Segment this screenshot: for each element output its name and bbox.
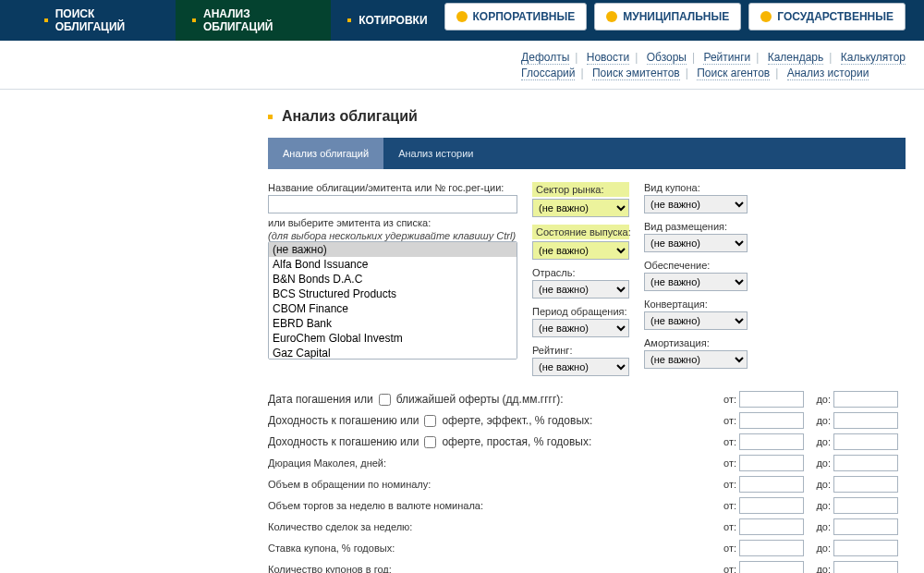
industry-label: Отрасль: <box>532 267 629 278</box>
yield-eff-offer-checkbox[interactable] <box>424 415 436 427</box>
name-label: Название облигации/эмитента или № гос.ре… <box>268 182 517 193</box>
issuer-pick-label: или выберите эмитента из списка: <box>268 217 517 228</box>
yield-eff-from-input[interactable] <box>739 412 804 429</box>
duration-label: Дюрация Маколея, дней: <box>268 457 717 469</box>
coupon-rate-from-input[interactable] <box>739 540 804 556</box>
nav-label: КОТИРОВКИ <box>359 14 427 27</box>
link-history-analysis[interactable]: Анализ истории <box>787 67 869 80</box>
placement-type-label: Вид размещения: <box>644 221 748 232</box>
deals-week-from-input[interactable] <box>739 518 804 535</box>
rating-label: Рейтинг: <box>532 345 629 356</box>
maturity-post: ближайшей оферты (дд.мм.гггг): <box>396 393 564 406</box>
amortization-select[interactable]: (не важно) <box>644 350 748 369</box>
link-agent-search[interactable]: Поиск агентов <box>697 67 770 80</box>
dot-icon <box>606 11 617 22</box>
circulation-label: Период обращения: <box>532 306 629 317</box>
coupon-rate-label: Ставка купона, % годовых: <box>268 543 717 554</box>
yield-simple-from-input[interactable] <box>739 433 804 450</box>
link-reviews[interactable]: Обзоры <box>647 51 687 65</box>
conversion-label: Конвертация: <box>644 299 748 310</box>
dot-icon <box>760 11 772 22</box>
yield-eff-post: оферте, эффект., % годовых: <box>442 414 592 427</box>
circulation-select[interactable]: (не важно) <box>532 319 629 337</box>
issue-state-select[interactable]: (не важно) <box>532 241 629 260</box>
bullet-icon <box>44 18 48 22</box>
issuer-multiselect[interactable]: (не важно)Alfa Bond IssuanceB&N Bonds D.… <box>268 241 517 360</box>
link-defaults[interactable]: Дефолты <box>521 51 569 65</box>
amortization-label: Амортизация: <box>644 337 748 348</box>
deals-week-to-input[interactable] <box>833 518 898 535</box>
coupon-type-label: Вид купона: <box>644 182 748 193</box>
yield-simple-post: оферте, простая, % годовых: <box>442 435 591 448</box>
page-title: Анализ облигаций <box>282 108 418 125</box>
collateral-label: Обеспечение: <box>644 260 748 271</box>
vol-week-label: Объем торгов за неделю в валюте номинала… <box>268 500 717 511</box>
yield-simple-offer-checkbox[interactable] <box>424 436 436 448</box>
link-glossary[interactable]: Глоссарий <box>521 67 575 80</box>
dot-icon <box>456 11 468 22</box>
coupons-year-label: Количество купонов в год: <box>268 564 717 573</box>
vol-week-from-input[interactable] <box>739 497 804 514</box>
yield-simple-to-input[interactable] <box>833 433 898 450</box>
vol-nominal-to-input[interactable] <box>833 476 898 493</box>
yield-eff-to-input[interactable] <box>833 412 898 429</box>
placement-type-select[interactable]: (не важно) <box>644 234 748 252</box>
nav-quotes[interactable]: КОТИРОВКИ <box>331 0 444 41</box>
tab-label: МУНИЦИПАЛЬНЫЕ <box>623 10 729 23</box>
link-issuer-search[interactable]: Поиск эмитентов <box>592 67 680 80</box>
tab-government[interactable]: ГОСУДАРСТВЕННЫЕ <box>748 3 906 30</box>
collateral-select[interactable]: (не важно) <box>644 273 748 291</box>
link-calculator[interactable]: Калькулятор <box>841 51 906 65</box>
maturity-from-input[interactable] <box>739 391 804 408</box>
yield-eff-pre: Доходность к погашению или <box>268 414 419 427</box>
vol-nominal-label: Объем в обращении по номиналу: <box>268 479 717 490</box>
tab-corporate[interactable]: КОРПОРАТИВНЫЕ <box>444 3 588 30</box>
maturity-offer-checkbox[interactable] <box>379 394 391 406</box>
link-news[interactable]: Новости <box>587 51 629 65</box>
link-calendar[interactable]: Календарь <box>768 51 824 65</box>
coupons-year-to-input[interactable] <box>833 561 898 573</box>
vol-nominal-from-input[interactable] <box>739 476 804 493</box>
market-sector-label: Сектор рынка: <box>532 182 629 197</box>
industry-select[interactable]: (не важно) <box>532 280 629 299</box>
bullet-icon <box>347 18 351 22</box>
conversion-select[interactable]: (не важно) <box>644 311 748 330</box>
yield-simple-pre: Доходность к погашению или <box>268 435 419 448</box>
tab-label: ГОСУДАРСТВЕННЫЕ <box>777 10 894 23</box>
tab-municipal[interactable]: МУНИЦИПАЛЬНЫЕ <box>594 3 741 30</box>
from-label: от: <box>717 394 739 405</box>
ctrl-hint: (для выбора нескольких удерживайте клави… <box>268 230 517 241</box>
bullet-icon <box>192 18 196 22</box>
tab-label: КОРПОРАТИВНЫЕ <box>473 10 576 23</box>
issue-state-label: Состояние выпуска: <box>532 225 629 239</box>
coupon-rate-to-input[interactable] <box>833 540 898 556</box>
deals-week-label: Количество сделок за неделю: <box>268 521 717 532</box>
maturity-to-input[interactable] <box>833 391 898 408</box>
duration-from-input[interactable] <box>739 455 804 471</box>
link-ratings[interactable]: Рейтинги <box>703 51 750 65</box>
nav-label: ПОИСК ОБЛИГАЦИЙ <box>55 7 160 33</box>
coupon-type-select[interactable]: (не важно) <box>644 195 748 213</box>
coupons-year-from-input[interactable] <box>739 561 804 573</box>
rating-select[interactable]: (не важно) <box>532 358 629 376</box>
tab-bond-analysis[interactable]: Анализ облигаций <box>268 138 383 169</box>
bullet-icon <box>268 115 273 119</box>
name-input[interactable] <box>268 195 517 213</box>
nav-search-bonds[interactable]: ПОИСК ОБЛИГАЦИЙ <box>28 0 176 41</box>
duration-to-input[interactable] <box>833 455 898 471</box>
to-label: до: <box>811 394 833 405</box>
market-sector-select[interactable]: (не важно) <box>532 199 629 217</box>
nav-analysis-bonds[interactable]: АНАЛИЗ ОБЛИГАЦИЙ <box>176 0 331 41</box>
maturity-pre: Дата погашения или <box>268 393 373 406</box>
nav-label: АНАЛИЗ ОБЛИГАЦИЙ <box>203 7 314 33</box>
vol-week-to-input[interactable] <box>833 497 898 514</box>
tab-history-analysis[interactable]: Анализ истории <box>383 138 488 169</box>
sublinks: Дефолты| Новости| Обзоры| Рейтинги| Кале… <box>521 50 906 81</box>
